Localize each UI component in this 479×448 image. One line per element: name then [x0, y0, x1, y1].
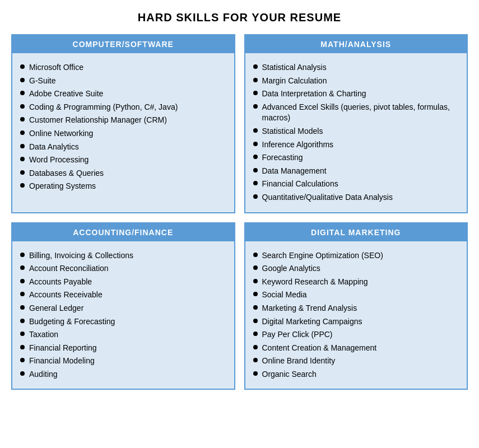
list-item: Online Networking	[20, 127, 224, 141]
skill-list-accounting-finance: Billing, Invoicing & CollectionsAccount …	[20, 249, 224, 381]
list-item: Operating Systems	[20, 180, 224, 193]
skill-text: Operating Systems	[29, 181, 96, 192]
skill-text: Adobe Creative Suite	[29, 88, 103, 100]
card-header-digital-marketing: DIGITAL MARKETING	[245, 223, 467, 241]
skill-text: Keyword Research & Mapping	[262, 277, 368, 288]
skill-text: Digital Marketing Campaigns	[262, 316, 362, 328]
bullet-icon	[253, 305, 258, 310]
skill-text: Inference Algorithms	[262, 139, 334, 151]
bullet-icon	[253, 265, 258, 270]
skills-grid: COMPUTER/SOFTWAREMicrosoft OfficeG-Suite…	[11, 34, 468, 390]
list-item: G-Suite	[20, 74, 224, 88]
list-item: Accounts Receivable	[20, 288, 224, 302]
bullet-icon	[20, 332, 25, 336]
page-title: HARD SKILLS FOR YOUR RESUME	[11, 11, 468, 24]
list-item: Statistical Analysis	[253, 61, 457, 74]
list-item: Google Analytics	[253, 262, 457, 276]
list-item: Marketing & Trend Analysis	[253, 302, 457, 315]
bullet-icon	[253, 319, 258, 323]
bullet-icon	[253, 181, 258, 185]
list-item: Social Media	[253, 288, 457, 302]
list-item: Word Processing	[20, 153, 224, 167]
list-item: Financial Modeling	[20, 354, 224, 368]
bullet-icon	[20, 157, 25, 161]
skill-text: Customer Relationship Manager (CRM)	[29, 115, 167, 126]
skill-text: Financial Modeling	[29, 356, 95, 367]
skill-text: Social Media	[262, 290, 307, 301]
bullet-icon	[20, 292, 25, 296]
skill-list-digital-marketing: Search Engine Optimization (SEO)Google A…	[253, 249, 457, 381]
skill-text: Taxation	[29, 329, 58, 340]
list-item: Financial Reporting	[20, 342, 224, 355]
skill-text: Organic Search	[262, 369, 317, 380]
bullet-icon	[20, 279, 25, 283]
bullet-icon	[20, 170, 25, 175]
list-item: Statistical Models	[253, 125, 457, 138]
list-item: Digital Marketing Campaigns	[253, 315, 457, 329]
bullet-icon	[253, 91, 258, 95]
list-item: Financial Calculations	[253, 178, 457, 191]
list-item: Inference Algorithms	[253, 138, 457, 152]
bullet-icon	[20, 265, 25, 270]
bullet-icon	[20, 91, 25, 95]
bullet-icon	[20, 305, 25, 310]
bullet-icon	[20, 183, 25, 188]
skill-text: Accounts Receivable	[29, 290, 103, 301]
card-body-accounting-finance: Billing, Invoicing & CollectionsAccount …	[12, 241, 234, 389]
skill-text: Databases & Queries	[29, 168, 104, 179]
skill-text: Pay Per Click (PPC)	[262, 329, 333, 340]
skill-text: Data Management	[262, 166, 327, 177]
skill-text: Financial Reporting	[29, 343, 97, 354]
bullet-icon	[20, 130, 25, 135]
skill-text: Auditing	[29, 369, 58, 380]
bullet-icon	[20, 78, 25, 82]
page-container: HARD SKILLS FOR YOUR RESUME COMPUTER/SOF…	[11, 11, 468, 390]
list-item: General Ledger	[20, 302, 224, 315]
bullet-icon	[20, 358, 25, 362]
skill-text: Billing, Invoicing & Collections	[29, 250, 133, 262]
bullet-icon	[20, 117, 25, 122]
card-body-digital-marketing: Search Engine Optimization (SEO)Google A…	[245, 241, 467, 389]
skill-text: Margin Calculation	[262, 76, 327, 87]
list-item: Online Brand Identity	[253, 354, 457, 368]
bullet-icon	[20, 345, 25, 349]
card-computer-software: COMPUTER/SOFTWAREMicrosoft OfficeG-Suite…	[11, 34, 235, 213]
list-item: Search Engine Optimization (SEO)	[253, 249, 457, 263]
list-item: Data Management	[253, 165, 457, 178]
list-item: Forecasting	[253, 151, 457, 165]
card-digital-marketing: DIGITAL MARKETINGSearch Engine Optimizat…	[244, 222, 468, 390]
bullet-icon	[253, 332, 258, 336]
list-item: Data Interpretation & Charting	[253, 87, 457, 101]
skill-text: Word Processing	[29, 155, 89, 166]
bullet-icon	[253, 155, 258, 159]
list-item: Margin Calculation	[253, 74, 457, 88]
bullet-icon	[253, 358, 258, 362]
skill-text: Account Reconciliation	[29, 263, 109, 274]
skill-text: Search Engine Optimization (SEO)	[262, 250, 383, 262]
bullet-icon	[20, 371, 25, 376]
list-item: Microsoft Office	[20, 61, 224, 74]
card-header-computer-software: COMPUTER/SOFTWARE	[12, 35, 234, 53]
skill-text: General Ledger	[29, 303, 83, 314]
skill-text: Marketing & Trend Analysis	[262, 303, 357, 314]
bullet-icon	[253, 194, 258, 199]
skill-text: Microsoft Office	[29, 62, 83, 73]
skill-text: Financial Calculations	[262, 179, 338, 190]
skill-text: Online Networking	[29, 128, 93, 139]
skill-text: Statistical Models	[262, 126, 323, 137]
skill-list-computer-software: Microsoft OfficeG-SuiteAdobe Creative Su…	[20, 61, 224, 193]
skill-text: Budgeting & Forecasting	[29, 316, 115, 328]
bullet-icon	[20, 104, 25, 109]
list-item: Databases & Queries	[20, 167, 224, 180]
list-item: Account Reconciliation	[20, 262, 224, 276]
card-header-math-analysis: MATH/ANALYSIS	[245, 35, 467, 53]
list-item: Content Creation & Management	[253, 342, 457, 355]
card-body-math-analysis: Statistical AnalysisMargin CalculationDa…	[245, 53, 467, 212]
skill-text: Accounts Payable	[29, 277, 92, 288]
list-item: Organic Search	[253, 368, 457, 381]
skill-text: Online Brand Identity	[262, 356, 336, 367]
skill-text: Forecasting	[262, 152, 303, 164]
bullet-icon	[253, 253, 258, 257]
skill-text: Statistical Analysis	[262, 62, 327, 73]
list-item: Data Analytics	[20, 141, 224, 154]
